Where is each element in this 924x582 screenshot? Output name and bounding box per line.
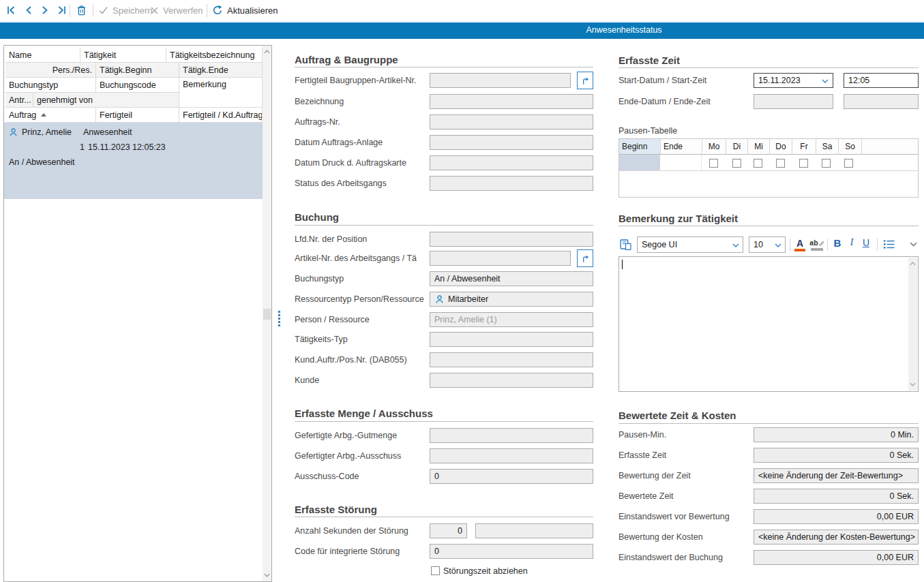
toolbar: Speichern Verwerfen Aktualisieren [0, 0, 924, 22]
column-header-genehmigt-von[interactable]: genehmigt von [33, 93, 179, 108]
anzahl-sekunden-field[interactable]: 0 [430, 523, 467, 538]
column-header-auftrag[interactable]: Auftrag [5, 108, 96, 123]
field-label: Lfd.Nr. der Position [295, 234, 428, 244]
save-button[interactable]: Speichern [98, 3, 153, 18]
bullet-list-button[interactable] [882, 239, 895, 254]
person-icon [434, 294, 445, 305]
chevron-down-icon[interactable] [822, 79, 829, 83]
section-rule [619, 67, 919, 68]
paste-icon[interactable] [619, 238, 632, 251]
stoerung-code-field[interactable]: 0 [430, 544, 593, 559]
font-size-combobox[interactable]: 10 [749, 236, 786, 253]
jump-arrow-icon [580, 254, 591, 264]
pausen-header-mi[interactable]: Mi [747, 139, 769, 155]
field-label: Artikel-Nr. des Arbeitsgangs / Tä [295, 254, 428, 263]
column-header-bemerkung[interactable]: Bemerkung [179, 78, 263, 108]
scroll-up-icon[interactable] [263, 47, 271, 57]
ressourcentyp-field: Mitarbeiter [430, 292, 593, 307]
column-header-taetigk-beginn[interactable]: Tätigk.Beginn [96, 63, 179, 78]
record-taetigkeit: Anwesenheit [83, 127, 132, 137]
column-header-pers-res[interactable]: Pers./Res. [5, 63, 96, 78]
bold-button[interactable]: B [831, 237, 844, 252]
refresh-button-label: Aktualisieren [227, 5, 278, 16]
pausen-so-checkbox[interactable] [844, 159, 853, 168]
check-icon [98, 5, 108, 15]
column-header-taetigkeitsbezeichnung[interactable]: Tätigkeitsbezeichnung [166, 48, 263, 63]
column-header-name[interactable]: Name [5, 48, 80, 63]
underline-button[interactable]: U [860, 237, 872, 252]
chevron-down-icon[interactable] [775, 243, 781, 247]
column-header-antrag[interactable]: Antr... [5, 93, 33, 108]
person-icon [8, 127, 18, 138]
refresh-button[interactable]: Aktualisieren [212, 3, 278, 18]
discard-button[interactable]: Verwerfen [150, 3, 203, 18]
column-header-buchungstyp[interactable]: Buchungstyp [5, 78, 96, 93]
column-header-taetigkeit[interactable]: Tätigkeit [80, 48, 166, 63]
pausen-header-mo[interactable]: Mo [702, 139, 726, 155]
first-record-button[interactable] [4, 3, 19, 18]
pausen-cell-ende[interactable] [660, 155, 702, 171]
einstandswert-vor-bewertung-field: 0,00 EUR [754, 509, 919, 524]
column-header-buchungscode[interactable]: Buchungscode [96, 78, 179, 93]
pausen-cell-beginn[interactable] [619, 155, 660, 171]
field-label: Start-Datum / Start-Zeit [619, 76, 752, 85]
section-title-bemerkung: Bemerkung zur Tätigkeit [619, 213, 738, 224]
pausen-do-checkbox[interactable] [776, 159, 785, 168]
italic-button[interactable]: I [847, 237, 856, 252]
bewertung-zeit-field: <keine Änderung der Zeit-Bewertung> [754, 468, 919, 483]
toolbar-separator [827, 239, 828, 251]
last-record-button[interactable] [54, 3, 69, 18]
grid-scrollbar[interactable] [263, 46, 271, 581]
pausen-sa-checkbox[interactable] [822, 159, 831, 168]
toolbar-separator [207, 4, 207, 17]
scroll-up-icon[interactable] [908, 259, 917, 269]
panel-splitter[interactable] [278, 311, 280, 326]
pausen-mi-checkbox[interactable] [754, 159, 762, 168]
selected-record-row[interactable]: Prinz, Amelie Anwesenheit 1 15.11.2023 1… [4, 123, 263, 199]
textarea-scrollbar[interactable] [908, 258, 917, 390]
field-label: Code für integrierte Störung [295, 547, 428, 556]
font-name-combobox[interactable]: Segoe UI [637, 236, 743, 253]
delete-button[interactable] [74, 3, 89, 18]
pausen-header-do[interactable]: Do [769, 139, 792, 155]
bemerkung-textarea[interactable] [619, 256, 919, 392]
pausen-mo-checkbox[interactable] [709, 159, 718, 168]
pausen-table: Beginn Ende Mo Di Mi Do Fr Sa So [619, 138, 919, 198]
field-label: Bewertung der Kosten [619, 532, 752, 542]
pausen-header-beginn[interactable]: Beginn [619, 139, 660, 155]
next-record-button[interactable] [38, 3, 53, 18]
start-zeit-field[interactable]: 12:05 [844, 73, 919, 88]
column-header-fertigteil[interactable]: Fertigteil [96, 108, 179, 123]
previous-record-button[interactable] [21, 3, 36, 18]
einstandswert-buchung-field: 0,00 EUR [754, 550, 919, 565]
chevron-down-icon[interactable] [732, 243, 739, 247]
pausen-header-ende[interactable]: Ende [660, 139, 702, 155]
ressourcentyp-value: Mitarbeiter [448, 294, 488, 304]
person-ressource-field: Prinz, Amelie (1) [430, 312, 593, 327]
column-header-fertigteil-kdauftrag[interactable]: Fertigteil / Kd.Auftrag [179, 108, 263, 123]
datum-auftrags-anlage-field [430, 135, 593, 150]
pausen-fr-checkbox[interactable] [799, 159, 808, 168]
start-datum-combobox[interactable]: 15.11.2023 [754, 73, 833, 88]
scroll-down-icon[interactable] [263, 570, 271, 580]
records-grid: Name Tätigkeit Tätigkeitsbezeichnung Per… [3, 45, 272, 582]
section-title-kosten: Bewertete Zeit & Kosten [619, 410, 736, 421]
scroll-down-icon[interactable] [908, 380, 917, 389]
fertigteil-artikelnr-field [430, 73, 571, 88]
highlight-button[interactable]: ab [809, 237, 825, 252]
more-options-button[interactable] [908, 242, 918, 257]
ausschuss-code-field[interactable]: 0 [430, 469, 593, 484]
column-header-taetigk-ende[interactable]: Tätigk.Ende [179, 63, 263, 78]
field-label: Einstandswert vor Bewertung [619, 512, 752, 521]
pausen-di-checkbox[interactable] [732, 159, 741, 168]
pausen-header-di[interactable]: Di [726, 139, 747, 155]
grid-scrollbar-thumb[interactable] [263, 309, 271, 320]
stoerungszeit-checkbox[interactable] [431, 566, 440, 575]
pausen-header-sa[interactable]: Sa [816, 139, 838, 155]
pausen-header-fr[interactable]: Fr [792, 139, 816, 155]
jump-to-arbeitsgang-button[interactable] [577, 249, 593, 267]
field-label: Gefertigter Arbg.-Ausschuss [295, 451, 428, 461]
jump-to-artikel-button[interactable] [577, 72, 593, 89]
pausen-header-so[interactable]: So [838, 139, 861, 155]
font-color-button[interactable]: A [793, 237, 807, 252]
